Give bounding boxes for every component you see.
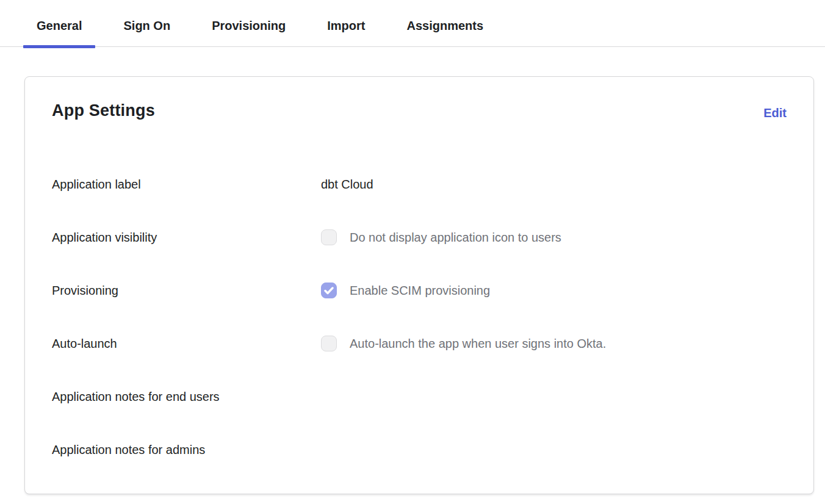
app-tabbar: General Sign On Provisioning Import Assi… [0, 0, 825, 47]
auto-launch-checkbox[interactable] [321, 336, 337, 351]
row-label: Auto-launch [52, 337, 321, 351]
tab-import[interactable]: Import [314, 0, 378, 46]
provisioning-checkbox[interactable] [321, 283, 337, 298]
form-row-notes-admins: Application notes for admins [52, 442, 787, 458]
application-visibility-checkbox[interactable] [321, 229, 337, 245]
application-label-value: dbt Cloud [321, 178, 373, 192]
tab-assignments[interactable]: Assignments [394, 0, 497, 46]
card-title: App Settings [52, 101, 155, 120]
tab-provisioning[interactable]: Provisioning [198, 0, 299, 46]
row-label: Provisioning [52, 284, 321, 298]
tab-label: Sign On [123, 19, 170, 32]
form-row-provisioning: Provisioning Enable SCIM provisioning [52, 283, 787, 298]
row-label: Application notes for end users [52, 390, 321, 404]
row-label: Application label [52, 178, 321, 192]
card-header: App Settings Edit [52, 101, 787, 120]
tab-label: General [37, 19, 82, 32]
edit-button[interactable]: Edit [763, 106, 787, 120]
tab-general[interactable]: General [23, 0, 95, 46]
provisioning-checkbox-wrap: Enable SCIM provisioning [321, 283, 490, 298]
tab-label: Import [327, 19, 365, 32]
form-row-application-label: Application label dbt Cloud [52, 176, 787, 192]
form-row-application-visibility: Application visibility Do not display ap… [52, 229, 787, 245]
application-visibility-checkbox-wrap: Do not display application icon to users [321, 229, 561, 245]
form-row-notes-end-users: Application notes for end users [52, 389, 787, 405]
checkbox-label: Enable SCIM provisioning [350, 284, 490, 298]
checkbox-label: Do not display application icon to users [350, 231, 561, 245]
tab-label: Provisioning [212, 19, 286, 32]
check-icon [324, 287, 334, 295]
settings-form: Application label dbt Cloud Application … [52, 176, 787, 458]
tab-label: Assignments [407, 19, 484, 32]
auto-launch-checkbox-wrap: Auto-launch the app when user signs into… [321, 336, 606, 351]
app-settings-card: App Settings Edit Application label dbt … [24, 76, 814, 494]
row-label: Application notes for admins [52, 443, 321, 457]
tab-sign-on[interactable]: Sign On [110, 0, 184, 46]
form-row-auto-launch: Auto-launch Auto-launch the app when use… [52, 336, 787, 351]
checkbox-label: Auto-launch the app when user signs into… [350, 337, 606, 351]
row-label: Application visibility [52, 231, 321, 245]
